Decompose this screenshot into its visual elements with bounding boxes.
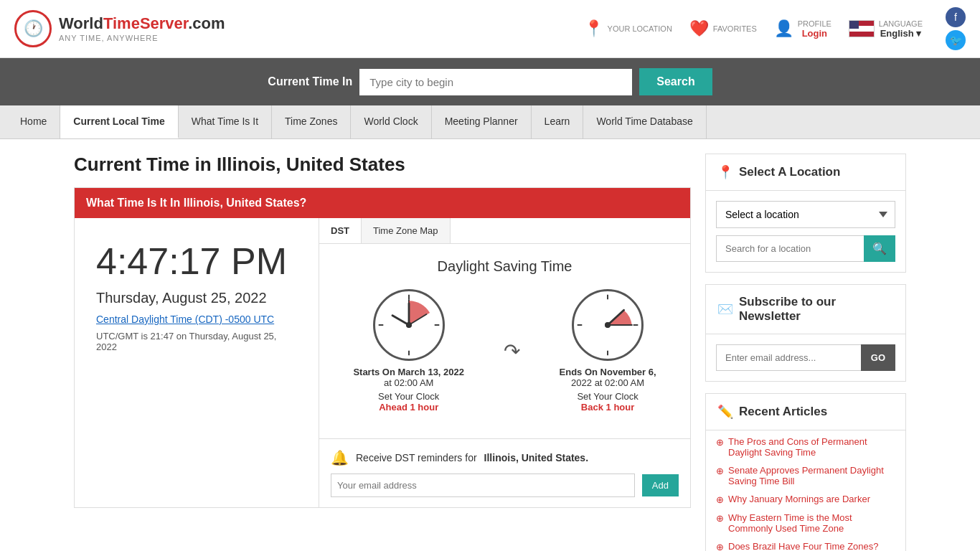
set-clock-label-start: Set Your Clock <box>378 391 439 402</box>
profile-label: PROFILE <box>798 19 831 28</box>
your-location-label: YOUR LOCATION <box>608 24 672 33</box>
back-label: Back 1 hour <box>581 402 634 413</box>
article-item-4: Does Brazil Have Four Time Zones? <box>716 541 895 551</box>
brand-name: WorldTimeServer.com <box>59 14 225 33</box>
article-link-3[interactable]: Why Eastern Time is the Most Commonly Us… <box>716 512 895 534</box>
select-location-title: Select A Location <box>739 165 840 179</box>
facebook-icon[interactable]: f <box>946 7 966 27</box>
favorites-label: FAVORITES <box>713 24 757 33</box>
timezone-link[interactable]: Central Daylight Time (CDT) -0500 UTC <box>96 314 297 325</box>
newsletter-section: ✉️ Subscribe to our Newsletter GO <box>705 284 906 382</box>
newsletter-title: Subscribe to our Newsletter <box>739 295 894 324</box>
search-input[interactable] <box>359 69 632 95</box>
header: 🕐 WorldTimeServer.com ANY TIME, ANYWHERE… <box>0 0 980 58</box>
location-search-input[interactable] <box>716 235 864 262</box>
reminder-text-pre: Receive DST reminders for <box>356 452 477 463</box>
main-layout: Current Time in Illinois, United States … <box>60 139 920 551</box>
heart-icon: ❤️ <box>689 19 709 38</box>
article-link-0[interactable]: The Pros and Cons of Permanent Daylight … <box>716 436 895 458</box>
dst-title: Daylight Saving Time <box>334 258 676 275</box>
logo-icon: 🕐 <box>14 10 52 47</box>
ends-label2: 2022 at 02:00 AM <box>560 377 656 388</box>
nav-world-time-database[interactable]: World Time Database <box>583 105 706 138</box>
nav-learn[interactable]: Learn <box>532 105 584 138</box>
select-location-header: 📍 Select A Location <box>706 154 905 191</box>
search-bar: Current Time In Search <box>0 58 980 105</box>
location-icon: 📍 <box>717 164 733 180</box>
clock-center-start <box>406 322 412 328</box>
header-nav: 📍 YOUR LOCATION ❤️ FAVORITES 👤 PROFILE L… <box>584 7 966 50</box>
envelope-icon: ✉️ <box>717 301 733 317</box>
tab-time-zone-map[interactable]: Time Zone Map <box>362 218 451 243</box>
newsletter-go-button[interactable]: GO <box>861 344 895 371</box>
clock-end-info: Ends On November 6, 2022 at 02:00 AM <box>560 367 656 388</box>
location-search-button[interactable]: 🔍 <box>864 235 895 262</box>
profile-icon: 👤 <box>774 19 793 38</box>
language-value: English ▾ <box>879 28 923 39</box>
location-dropdown[interactable]: Select a location <box>716 201 895 228</box>
login-link[interactable]: Login <box>798 28 831 39</box>
dst-add-button[interactable]: Add <box>642 474 679 496</box>
social-icons: f 🐦 <box>946 7 966 50</box>
dst-arrow: ↷ <box>504 339 520 363</box>
clock-end-action: Set Your Clock Back 1 hour <box>577 391 638 413</box>
twitter-icon[interactable]: 🐦 <box>946 30 966 50</box>
content: Current Time in Illinois, United States … <box>74 154 705 551</box>
logo-area: 🕐 WorldTimeServer.com ANY TIME, ANYWHERE <box>14 10 584 47</box>
starts-time: at 02:00 AM <box>353 377 464 388</box>
ends-label: Ends On November 6, <box>560 367 656 377</box>
article-link-2[interactable]: Why January Mornings are Darker <box>716 494 895 505</box>
flag-icon <box>849 20 875 37</box>
newsletter-body: GO <box>706 334 905 381</box>
nav-current-local-time[interactable]: Current Local Time <box>60 105 178 138</box>
dst-panel: DST Time Zone Map Daylight Saving Time <box>319 218 690 507</box>
nav-what-time-is-it[interactable]: What Time Is It <box>179 105 272 138</box>
select-location-section: 📍 Select A Location Select a location 🔍 <box>705 154 906 273</box>
nav-world-clock[interactable]: World Clock <box>351 105 431 138</box>
dst-email-input[interactable] <box>331 474 635 497</box>
nav-time-zones[interactable]: Time Zones <box>272 105 351 138</box>
profile-nav[interactable]: 👤 PROFILE Login <box>774 19 831 39</box>
nav-home[interactable]: Home <box>7 105 60 138</box>
page-title: Current Time in Illinois, United States <box>74 154 691 176</box>
clocks-row: Starts On March 13, 2022 at 02:00 AM Set… <box>334 289 676 413</box>
time-display: 4:47:17 PM <box>96 240 297 283</box>
your-location-nav[interactable]: 📍 YOUR LOCATION <box>584 19 672 38</box>
recent-articles-section: ✏️ Recent Articles The Pros and Cons of … <box>705 393 906 551</box>
language-nav[interactable]: LANGUAGE English ▾ <box>849 19 923 39</box>
article-link-4[interactable]: Does Brazil Have Four Time Zones? <box>716 541 895 551</box>
clock-start: Starts On March 13, 2022 at 02:00 AM Set… <box>353 289 464 413</box>
search-button[interactable]: Search <box>639 68 712 95</box>
article-item-2: Why January Mornings are Darker <box>716 494 895 505</box>
set-clock-label-end: Set Your Clock <box>577 391 638 402</box>
tab-dst[interactable]: DST <box>319 218 362 243</box>
sidebar: 📍 Select A Location Select a location 🔍 … <box>705 154 906 551</box>
brand-time: Time <box>103 14 140 32</box>
nav-meeting-planner[interactable]: Meeting Planner <box>432 105 532 138</box>
article-link-1[interactable]: Senate Approves Permanent Daylight Savin… <box>716 465 895 486</box>
logo-text: WorldTimeServer.com ANY TIME, ANYWHERE <box>59 14 225 43</box>
brand-domain: .com <box>188 14 225 32</box>
article-item-1: Senate Approves Permanent Daylight Savin… <box>716 465 895 486</box>
language-value-text: English <box>880 28 914 39</box>
favorites-nav[interactable]: ❤️ FAVORITES <box>689 19 757 38</box>
clock-start-action: Set Your Clock Ahead 1 hour <box>378 391 439 413</box>
utc-note: UTC/GMT is 21:47 on Thursday, August 25,… <box>96 331 297 352</box>
search-label: Current Time In <box>268 75 352 88</box>
dst-reminder: 🔔 Receive DST reminders for Illinois, Un… <box>319 438 690 507</box>
starts-label: Starts On March 13, 2022 <box>353 367 464 377</box>
article-item-0: The Pros and Cons of Permanent Daylight … <box>716 436 895 458</box>
tagline: ANY TIME, ANYWHERE <box>59 34 225 43</box>
brand-server: Server <box>140 14 188 32</box>
newsletter-email-input[interactable] <box>716 344 861 371</box>
newsletter-input-row: GO <box>716 344 895 371</box>
clock-end: Ends On November 6, 2022 at 02:00 AM Set… <box>560 289 656 413</box>
recent-articles-title: Recent Articles <box>739 405 827 419</box>
pencil-icon: ✏️ <box>717 404 733 420</box>
select-location-body: Select a location 🔍 <box>706 191 905 272</box>
location-pin-icon: 📍 <box>584 19 603 38</box>
clock-end-face <box>572 289 644 361</box>
articles-list: The Pros and Cons of Permanent Daylight … <box>706 430 905 551</box>
red-banner: What Time Is It In Illinois, United Stat… <box>75 188 690 218</box>
date-display: Thursday, August 25, 2022 <box>96 290 297 306</box>
